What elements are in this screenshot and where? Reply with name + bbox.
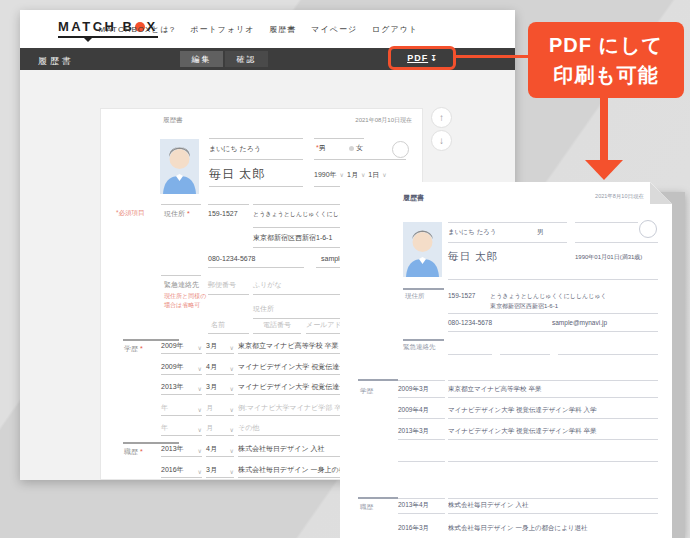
nav-item-about[interactable]: MATCHBOXとは?	[99, 24, 176, 35]
nav-item-resume[interactable]: 履歴書	[269, 24, 296, 35]
pdf-education-text: 東京都立マイナビ高等学校 卒業	[448, 384, 658, 398]
avatar-illustration	[160, 139, 199, 194]
emergency-address-input[interactable]: 現住所	[253, 305, 274, 312]
chevron-down-icon[interactable]: ∨	[340, 172, 344, 178]
divider	[208, 267, 304, 268]
callout-text-line2: 印刷も可能	[553, 60, 658, 90]
pdf-button-highlight: PDF↧	[388, 46, 456, 70]
pdf-email: sample@mynavi.jp	[552, 320, 607, 327]
chevron-down-icon: ∨	[230, 468, 234, 475]
scroll-down-button[interactable]: ↓	[431, 130, 452, 151]
education-month-select[interactable]: 月∨	[206, 403, 234, 416]
callout-connector-line	[456, 55, 532, 58]
pdf-name: 毎日 太郎	[448, 251, 498, 262]
stamp-circle	[392, 141, 409, 158]
education-year-select[interactable]: 2009年∨	[161, 362, 202, 375]
pdf-doc-title: 履歴書	[403, 194, 424, 201]
profile-photo[interactable]	[160, 139, 199, 194]
avatar-illustration	[403, 222, 442, 277]
section-divider	[358, 379, 398, 381]
divider	[161, 275, 201, 276]
form-doc-title: 履歴書	[163, 117, 183, 124]
zip-input[interactable]: 159-1527	[208, 210, 238, 217]
radio-icon	[349, 146, 354, 151]
work-month-select[interactable]: 4月∨	[206, 444, 234, 457]
arrow-down-icon: ↓	[439, 135, 444, 146]
name-input[interactable]: 毎日 太郎	[209, 168, 265, 180]
pdf-education-text: マイナビデザイン大学 視覚伝達デザイン学科 入学	[448, 405, 658, 419]
callout-arrow-head-icon	[585, 160, 623, 180]
pdf-download-button[interactable]: PDF↧	[407, 53, 437, 63]
emergency-zip-input[interactable]: 郵便番号	[208, 281, 236, 288]
divider	[575, 242, 658, 243]
nav-item-mypage[interactable]: マイページ	[311, 24, 357, 35]
section-divider	[358, 497, 398, 499]
callout-text-line1: PDF にして	[549, 30, 663, 60]
education-year-select[interactable]: 年∨	[161, 423, 202, 436]
address-input[interactable]: 東京都新宿区西新宿1-6-1	[253, 234, 332, 241]
emergency-note-2: 場合は省略可	[164, 302, 200, 308]
chevron-down-icon: ∨	[198, 468, 202, 475]
chevron-down-icon: ∨	[198, 344, 202, 351]
required-note: *必須項目	[116, 210, 145, 217]
birth-year-select[interactable]: 1990年	[314, 171, 337, 178]
emergency-label: 緊急連絡先	[164, 281, 199, 288]
section-divider	[403, 339, 444, 341]
divider	[448, 380, 658, 381]
chevron-down-icon: ∨	[230, 426, 234, 433]
divider	[448, 461, 658, 462]
gender-radio-male[interactable]: *男	[316, 144, 326, 151]
chevron-down-icon[interactable]: ∨	[382, 172, 386, 178]
pdf-emergency-label: 緊急連絡先	[403, 344, 436, 351]
nav-item-portfolio[interactable]: ポートフォリオ	[190, 24, 254, 35]
chevron-down-icon[interactable]: ∨	[361, 172, 365, 178]
education-month-select[interactable]: 4月∨	[206, 362, 234, 375]
arrow-up-icon: ↑	[439, 112, 444, 123]
pdf-address: 東京都新宿区西新宿1-6-1	[490, 303, 558, 309]
gender-radio-female[interactable]: 女	[349, 144, 363, 151]
name-kana-input[interactable]: まいにち たろう	[209, 145, 261, 152]
logo-triangle-icon	[84, 38, 92, 42]
tab-edit[interactable]: 編集	[180, 51, 223, 67]
chevron-down-icon: ∨	[198, 406, 202, 413]
section-divider	[403, 288, 444, 290]
pdf-address-label: 現住所	[405, 293, 425, 300]
chevron-down-icon: ∨	[230, 385, 234, 392]
emergency-phone-input[interactable]: 電話番号	[263, 321, 291, 328]
pdf-preview-sheet: 履歴書 2021年8月10日現在 まいにち たろう 男 毎日 太郎 1990年0…	[340, 182, 672, 538]
resume-toolbar: 履歴書 編集 確認 PDF↧	[20, 48, 515, 70]
work-month-select[interactable]: 3月∨	[206, 465, 234, 478]
divider	[448, 242, 567, 243]
phone-input[interactable]: 080-1234-5678	[208, 255, 256, 262]
divider	[398, 461, 445, 462]
education-year-select[interactable]: 2009年∨	[161, 341, 202, 354]
emergency-name-input[interactable]: 名前	[211, 321, 225, 328]
pdf-education-text: マイナビデザイン大学 視覚伝達デザイン学科 卒業	[448, 426, 658, 440]
divider	[208, 333, 249, 334]
education-month-select[interactable]: 3月∨	[206, 382, 234, 395]
education-year-select[interactable]: 年∨	[161, 403, 202, 416]
divider	[314, 138, 364, 139]
chevron-down-icon: ∨	[230, 365, 234, 372]
divider	[448, 354, 492, 355]
chevron-down-icon: ∨	[198, 365, 202, 372]
top-navigation-bar: MATCH BX MATCHBOXとは? ポートフォリオ 履歴書 マイページ ロ…	[20, 10, 515, 48]
pdf-date: 2021年8月10日現在	[595, 194, 644, 200]
divider	[161, 204, 201, 205]
work-year-select[interactable]: 2016年∨	[161, 465, 202, 478]
birth-month-select[interactable]: 1月	[347, 171, 358, 178]
divider	[500, 354, 550, 355]
pdf-work-text: 株式会社毎日デザイン 一身上の都合により退社	[448, 522, 658, 536]
toolbar-title: 履歴書	[38, 55, 74, 68]
nav-item-logout[interactable]: ログアウト	[372, 24, 418, 35]
education-month-select[interactable]: 月∨	[206, 423, 234, 436]
education-month-select[interactable]: 3月∨	[206, 341, 234, 354]
pdf-education-label: 学歴	[360, 388, 373, 395]
emergency-kana-input[interactable]: ふりがな	[253, 281, 282, 288]
work-year-select[interactable]: 2013年∨	[161, 444, 202, 457]
birth-day-select[interactable]: 1日	[368, 171, 379, 178]
scroll-up-button[interactable]: ↑	[431, 107, 452, 128]
divider	[209, 138, 303, 139]
tab-confirm[interactable]: 確認	[225, 51, 268, 67]
education-year-select[interactable]: 2013年∨	[161, 382, 202, 395]
